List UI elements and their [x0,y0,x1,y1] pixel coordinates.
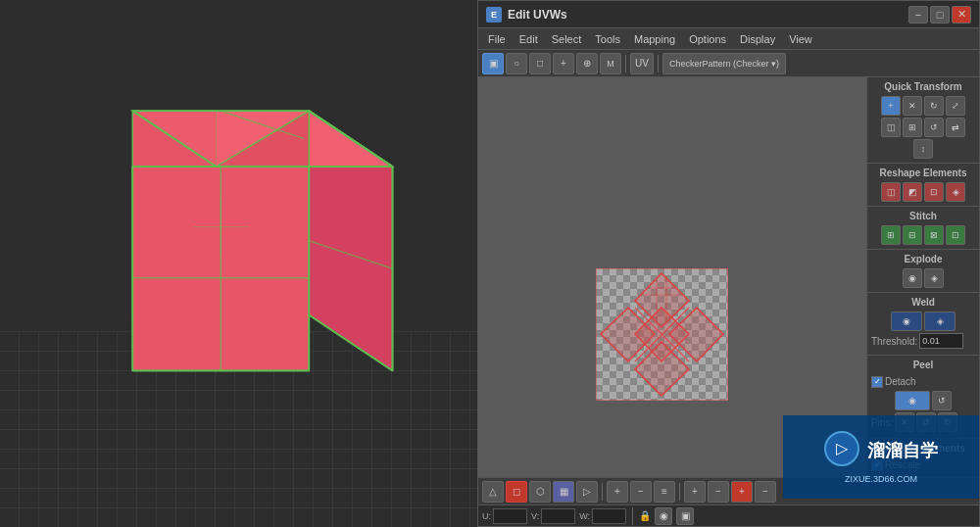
wd-icon-1[interactable]: ◉ [891,311,922,331]
toolbar-plus-mode[interactable]: + [553,53,574,74]
minimize-button[interactable]: − [908,6,928,24]
detach-label: Detach [885,376,916,387]
re-icon-4[interactable]: ◈ [946,182,965,202]
bt-btn-11[interactable]: + [731,481,753,503]
3d-cube [49,49,402,460]
re-icon-1[interactable]: ◫ [881,182,901,202]
peel-header: Peel [871,359,975,370]
title-bar: E Edit UVWs − □ ✕ [478,1,979,28]
svg-marker-26 [669,308,723,361]
status-btn-1[interactable]: ◉ [655,507,672,525]
menu-view[interactable]: View [783,31,818,47]
bt-sep-2 [679,483,680,501]
window-controls: − □ ✕ [908,6,971,24]
menu-tools[interactable]: Tools [589,31,626,47]
st-icon-3[interactable]: ⊠ [924,225,944,245]
menu-display[interactable]: Display [734,31,781,47]
threshold-label: Threshold: [871,336,917,347]
u-label: U: [482,511,491,521]
checker-dropdown[interactable]: CheckerPattern (Checker ▾) [662,53,786,74]
svg-marker-27 [635,342,689,396]
v-input[interactable] [541,508,575,524]
detach-row: ✓ Detach [871,374,975,389]
weld-header: Weld [871,297,975,308]
checker-label: CheckerPattern (Checker ▾) [669,59,779,69]
ex-icon-2[interactable]: ◈ [924,268,944,288]
close-button[interactable]: ✕ [952,6,971,24]
watermark-play-icon: ▷ [836,439,848,457]
qt-icon-7[interactable]: ↺ [924,118,944,137]
v-label: V: [531,511,539,521]
w-field: W: [579,508,626,524]
uv-display-label: UV [635,58,649,69]
st-icon-4[interactable]: ⊡ [946,225,965,245]
ex-icon-1[interactable]: ◉ [903,268,922,288]
watermark-logo: ▷ [824,431,859,466]
bt-btn-10[interactable]: − [708,481,729,503]
toolbar-marker-mode[interactable]: M [600,53,621,74]
bt-btn-12[interactable]: − [755,481,776,503]
window-title: Edit UVWs [508,8,908,22]
u-input[interactable] [493,508,527,524]
uvw-window: E Edit UVWs − □ ✕ File Edit Select Tools… [477,0,980,527]
uv-display-dropdown[interactable]: UV [630,53,654,74]
watermark: ▷ 溜溜自学 ZIXUE.3D66.COM [783,415,979,499]
qt-icon-8[interactable]: ⇄ [946,118,965,137]
peel-icons: ◉ ↺ [871,391,975,410]
bt-btn-5[interactable]: ▷ [576,481,598,503]
qt-icon-6[interactable]: ⊞ [903,118,922,137]
w-label: W: [579,511,590,521]
uv-overlay [596,268,728,401]
quick-transform-section: Quick Transform + ✕ ↻ ⤢ ◫ ⊞ ↺ ⇄ ↕ [867,77,979,164]
w-input[interactable] [592,508,626,524]
toolbar-cross-mode[interactable]: ⊕ [576,53,598,74]
qt-icon-5[interactable]: ◫ [881,118,901,137]
quick-transform-header: Quick Transform [871,81,975,92]
stitch-icons: ⊞ ⊟ ⊠ ⊡ [871,225,975,245]
qt-icon-4[interactable]: ⤢ [946,96,965,116]
toolbar-box-mode[interactable]: □ [529,53,551,74]
threshold-input[interactable] [919,333,963,349]
watermark-title: 溜溜自学 [867,439,938,462]
qt-icon-9[interactable]: ↕ [913,139,933,159]
explode-header: Explode [871,254,975,264]
v-field: V: [531,508,575,524]
qt-icon-2[interactable]: ✕ [903,96,922,116]
bt-btn-3[interactable]: ⬡ [529,481,551,503]
toolbar-circle-mode[interactable]: ○ [506,53,527,74]
toolbar-select-mode[interactable]: ▣ [482,53,504,74]
menu-options[interactable]: Options [683,31,732,47]
reshape-icons: ◫ ◩ ⊡ ◈ [871,182,975,202]
status-sep [632,507,633,525]
qt-icon-3[interactable]: ↻ [924,96,944,116]
qt-icon-1[interactable]: + [881,96,901,116]
menu-file[interactable]: File [482,31,512,47]
bt-btn-9[interactable]: + [684,481,706,503]
bt-btn-1[interactable]: △ [482,481,504,503]
maximize-button[interactable]: □ [930,6,950,24]
menu-edit[interactable]: Edit [514,31,544,47]
peel-icon-1[interactable]: ◉ [895,391,930,410]
st-icon-2[interactable]: ⊟ [903,225,922,245]
bt-btn-7[interactable]: − [630,481,652,503]
status-btn-2[interactable]: ▣ [676,507,694,525]
re-icon-3[interactable]: ⊡ [924,182,944,202]
bt-btn-6[interactable]: + [607,481,628,503]
menu-mapping[interactable]: Mapping [628,31,681,47]
st-icon-1[interactable]: ⊞ [881,225,901,245]
stitch-header: Stitch [871,211,975,221]
menu-select[interactable]: Select [546,31,588,47]
bt-btn-2[interactable]: ◻ [506,481,527,503]
bt-sep-1 [602,483,603,501]
peel-icon-2[interactable]: ↺ [932,391,952,410]
toolbar-sep-2 [658,55,659,72]
wd-icon-2[interactable]: ◈ [924,311,956,331]
stitch-section: Stitch ⊞ ⊟ ⊠ ⊡ [867,207,979,250]
u-field: U: [482,508,527,524]
bt-btn-8[interactable]: ≡ [654,481,675,503]
bt-btn-4[interactable]: ▦ [553,481,574,503]
detach-checkbox[interactable]: ✓ [871,376,883,388]
re-icon-2[interactable]: ◩ [903,182,922,202]
watermark-url: ZIXUE.3D66.COM [845,474,917,484]
viewport-3d[interactable] [0,0,477,527]
